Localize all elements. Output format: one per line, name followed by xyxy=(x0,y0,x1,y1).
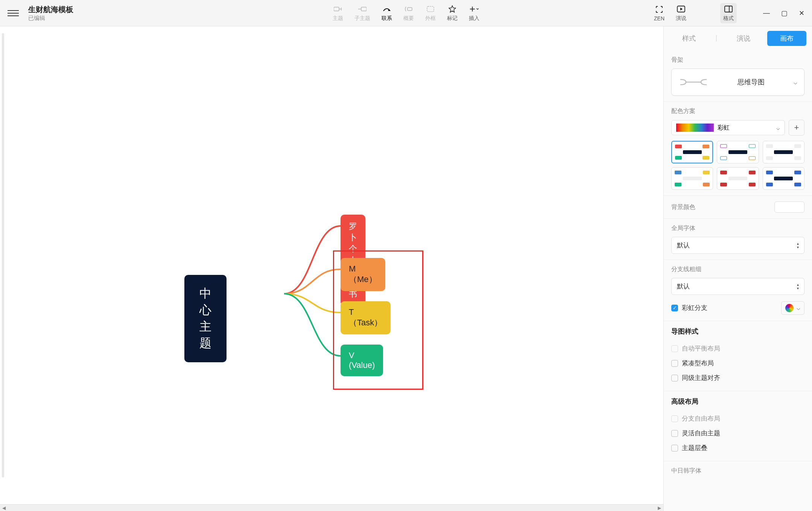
window-controls: — ▢ ✕ xyxy=(763,9,804,17)
advlayout-opt-2[interactable]: 灵活自由主题 xyxy=(671,426,804,441)
checkbox[interactable] xyxy=(671,360,678,367)
section-rainbowbranch: ✓ 彩虹分支 ⌵ xyxy=(664,295,812,321)
checkbox[interactable] xyxy=(671,445,678,452)
chevron-down-icon: ⌵ xyxy=(794,79,797,86)
rainbowbranch-label: 彩虹分支 xyxy=(682,304,707,312)
cjkfont-label: 中日韩字体 xyxy=(671,467,804,475)
chevron-down-icon: ⌵ xyxy=(776,124,780,131)
theme-option-5[interactable] xyxy=(717,167,759,190)
theme-option-2[interactable] xyxy=(717,141,759,163)
svg-rect-3 xyxy=(361,7,366,11)
format-panel: 样式 | 演说 画布 骨架 思维导图 ⌵ 配色方案 彩虹 ⌵ + xyxy=(663,26,812,511)
maximize-button[interactable]: ▢ xyxy=(781,9,788,17)
skeleton-select[interactable]: 思维导图 ⌵ xyxy=(671,69,804,96)
main-area: 中心主题 罗卜个人说明书 M（Me） T（Task） V (Value) 样式 … xyxy=(0,26,812,511)
relation-icon xyxy=(382,5,391,14)
tab-present[interactable]: 演说 xyxy=(724,31,763,46)
canvas[interactable]: 中心主题 罗卜个人说明书 M（Me） T（Task） V (Value) xyxy=(0,26,663,511)
mapstyle-opt-1[interactable]: 自动平衡布局 xyxy=(671,341,804,356)
topic-icon xyxy=(333,5,342,14)
tool-present[interactable]: 演说 xyxy=(676,5,686,22)
colorscheme-select[interactable]: 彩虹 ⌵ xyxy=(671,120,785,135)
checkbox[interactable] xyxy=(671,430,678,437)
colorscheme-value: 彩虹 xyxy=(718,124,730,132)
tab-style[interactable]: 样式 xyxy=(669,31,709,46)
colorscheme-label: 配色方案 xyxy=(671,107,804,115)
checkbox[interactable] xyxy=(671,415,678,422)
central-topic[interactable]: 中心主题 xyxy=(184,275,227,362)
svg-rect-12 xyxy=(725,6,732,12)
theme-grid xyxy=(671,141,804,190)
section-branchwidth: 分支线粗细 默认 ▴▾ xyxy=(664,260,812,295)
tab-canvas[interactable]: 画布 xyxy=(767,31,806,46)
selection-box xyxy=(333,250,423,390)
bgcolor-swatch[interactable] xyxy=(774,201,804,213)
menu-icon[interactable] xyxy=(8,8,19,19)
minimize-button[interactable]: — xyxy=(763,9,770,17)
boundary-icon xyxy=(426,5,435,14)
bgcolor-label: 背景颜色 xyxy=(671,203,695,211)
tool-subtopic[interactable]: 子主题 xyxy=(354,5,370,22)
mapstyle-opt-2[interactable]: 紧凑型布局 xyxy=(671,356,804,371)
theme-option-6[interactable] xyxy=(763,167,804,190)
branchwidth-label: 分支线粗细 xyxy=(671,265,804,273)
toolbar-center: 主题 子主题 联系 概要 外框 标记 插入 xyxy=(333,5,479,22)
tool-zen[interactable]: ZEN xyxy=(654,5,665,21)
chevron-down-icon: ⌵ xyxy=(797,304,800,311)
advlayout-opt-3[interactable]: 主题层叠 xyxy=(671,441,804,455)
format-icon xyxy=(724,5,733,14)
tool-topic[interactable]: 主题 xyxy=(333,5,343,22)
tool-relation[interactable]: 联系 xyxy=(382,5,392,22)
mapstyle-opt-3[interactable]: 同级主题对齐 xyxy=(671,371,804,385)
tool-marker[interactable]: 标记 xyxy=(447,5,458,22)
globalfont-select[interactable]: 默认 ▴▾ xyxy=(671,237,804,254)
panel-tabs: 样式 | 演说 画布 xyxy=(664,26,812,50)
horizontal-scrollbar[interactable]: ◀ ▶ xyxy=(0,504,663,511)
scroll-right-icon[interactable]: ▶ xyxy=(658,505,661,511)
tool-summary[interactable]: 概要 xyxy=(403,5,414,22)
insert-icon xyxy=(470,5,479,14)
close-button[interactable]: ✕ xyxy=(799,9,804,17)
skeleton-thumb-icon xyxy=(678,76,709,88)
rainbowbranch-picker[interactable]: ⌵ xyxy=(781,301,804,315)
toolbar-right: ZEN 演说 格式 — ▢ ✕ xyxy=(654,3,804,23)
zen-icon xyxy=(655,5,664,14)
marker-icon xyxy=(448,5,457,14)
rainbow-swatch-icon xyxy=(676,124,714,132)
section-globalfont: 全局字体 默认 ▴▾ xyxy=(664,219,812,260)
section-bgcolor: 背景颜色 xyxy=(664,196,812,219)
spinner-icon: ▴▾ xyxy=(797,242,799,249)
rainbowbranch-checkbox-row[interactable]: ✓ 彩虹分支 xyxy=(671,300,707,315)
mapstyle-title: 导图样式 xyxy=(671,327,804,336)
scroll-left-icon[interactable]: ◀ xyxy=(2,505,6,511)
theme-option-4[interactable] xyxy=(671,167,713,190)
tool-insert[interactable]: 插入 xyxy=(469,5,479,22)
spinner-icon: ▴▾ xyxy=(797,283,799,290)
section-cjkfont: 中日韩字体 xyxy=(664,461,812,485)
svg-rect-7 xyxy=(427,6,434,12)
globalfont-value: 默认 xyxy=(677,241,690,250)
rainbowbranch-checkbox[interactable]: ✓ xyxy=(671,305,678,311)
summary-icon xyxy=(404,5,413,14)
rainbow-circle-icon xyxy=(785,304,794,312)
checkbox[interactable] xyxy=(671,345,678,352)
advlayout-title: 高级布局 xyxy=(671,397,804,406)
skeleton-label: 骨架 xyxy=(671,56,804,64)
checkbox[interactable] xyxy=(671,375,678,381)
svg-rect-0 xyxy=(334,7,339,11)
document-status: 已编辑 xyxy=(28,15,73,22)
section-advlayout: 高级布局 分支自由布局 灵活自由主题 主题层叠 xyxy=(664,391,812,461)
branchwidth-value: 默认 xyxy=(677,282,690,291)
globalfont-label: 全局字体 xyxy=(671,224,804,232)
present-icon xyxy=(677,5,686,14)
document-title-block: 生财航海模板 已编辑 xyxy=(28,5,73,22)
section-colorscheme: 配色方案 彩虹 ⌵ + xyxy=(664,102,812,196)
tool-boundary[interactable]: 外框 xyxy=(425,5,436,22)
advlayout-opt-1[interactable]: 分支自由布局 xyxy=(671,411,804,426)
tab-separator: | xyxy=(712,31,720,46)
theme-option-3[interactable] xyxy=(763,141,804,163)
theme-option-1[interactable] xyxy=(671,141,713,163)
tool-format[interactable]: 格式 xyxy=(720,3,737,23)
add-scheme-button[interactable]: + xyxy=(789,120,804,136)
branchwidth-select[interactable]: 默认 ▴▾ xyxy=(671,278,804,295)
